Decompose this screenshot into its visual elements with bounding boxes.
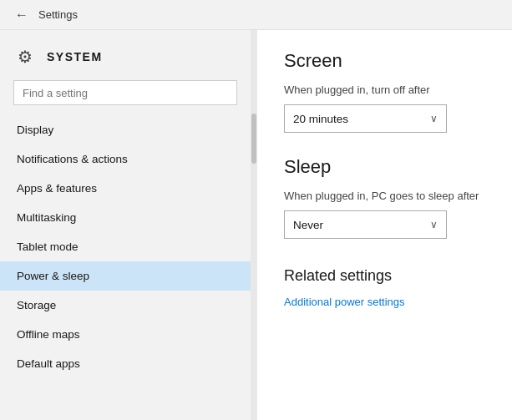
sidebar-item-default-apps[interactable]: Default apps [0,349,251,378]
main-content: Screen When plugged in, turn off after 2… [257,30,512,420]
sleep-dropdown-value: Never [293,219,323,231]
screen-label: When plugged in, turn off after [284,83,485,96]
sidebar-item-notifications[interactable]: Notifications & actions [0,144,251,174]
related-settings-section: Related settings Additional power settin… [284,262,485,308]
sidebar-header: ⚙ SYSTEM [0,30,251,80]
chevron-down-icon: ∨ [430,113,438,124]
gear-icon: ⚙ [13,45,37,68]
sidebar-item-power[interactable]: Power & sleep [0,261,251,291]
sidebar-item-display[interactable]: Display [0,115,251,144]
sleep-label: When plugged in, PC goes to sleep after [284,190,485,202]
window-title: Settings [38,8,78,21]
sidebar-item-storage[interactable]: Storage [0,291,251,320]
nav-items: Display Notifications & actions Apps & f… [0,115,251,420]
search-input[interactable] [13,80,237,105]
sidebar-item-apps[interactable]: Apps & features [0,174,251,203]
screen-title: Screen [284,50,485,72]
sleep-title: Sleep [284,156,485,178]
sidebar-container: ⚙ SYSTEM Display Notifications & actions [0,30,257,420]
sidebar-item-tablet[interactable]: Tablet mode [0,232,251,261]
sleep-section: Sleep When plugged in, PC goes to sleep … [284,156,485,262]
system-title: SYSTEM [47,50,103,63]
sidebar-scrollbar-track[interactable] [251,30,257,420]
related-settings-title: Related settings [284,267,485,285]
search-container [0,80,251,115]
sidebar-item-offline-maps[interactable]: Offline maps [0,320,251,349]
titlebar: ← Settings [0,0,512,30]
sleep-dropdown[interactable]: Never ∨ [284,210,447,239]
screen-dropdown[interactable]: 20 minutes ∨ [284,104,447,133]
sidebar: ⚙ SYSTEM Display Notifications & actions [0,30,251,420]
additional-power-settings-link[interactable]: Additional power settings [284,296,405,308]
sidebar-scrollbar-thumb[interactable] [251,114,256,164]
screen-dropdown-value: 20 minutes [293,113,348,125]
content-area: ⚙ SYSTEM Display Notifications & actions [0,30,512,420]
sidebar-item-multitasking[interactable]: Multitasking [0,203,251,232]
screen-section: Screen When plugged in, turn off after 2… [284,50,485,156]
back-button[interactable]: ← [10,3,33,27]
chevron-down-icon-sleep: ∨ [430,219,438,230]
settings-window: ← Settings ⚙ SYSTEM [0,0,512,420]
